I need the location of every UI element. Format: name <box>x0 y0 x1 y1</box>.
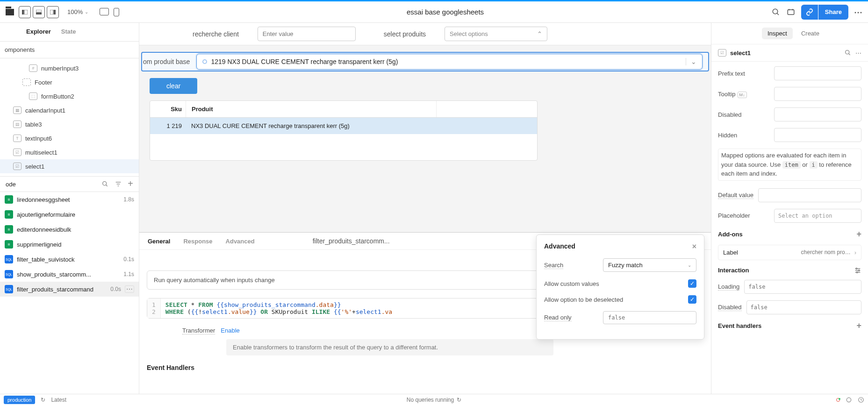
transformer-label: Transformer <box>182 327 215 334</box>
container-icon <box>22 78 31 86</box>
table-header-extra <box>436 101 537 117</box>
default-value-input[interactable] <box>758 188 861 202</box>
code-item[interactable]: SQLfilter_produits_starcommand0.0s⋯ <box>0 282 139 297</box>
mobile-device-icon[interactable] <box>114 8 119 16</box>
code-item[interactable]: SQLshow_produits_starcomm...1.1s <box>0 267 139 282</box>
placeholder-input[interactable] <box>774 209 861 223</box>
code-item[interactable]: ≡editerdonneesidbulk <box>0 222 139 237</box>
search-label: Search <box>544 262 563 269</box>
select-produits-dropdown[interactable]: Select options⌃ <box>445 27 547 41</box>
tree-item-textinput6[interactable]: TtextInput6 <box>0 131 139 145</box>
addons-section-title: Add-ons <box>718 231 743 238</box>
hidden-input[interactable] <box>774 128 861 142</box>
addon-label-row[interactable]: Label chercher nom pro…› <box>718 245 861 260</box>
more-property-icon[interactable]: ⋯ <box>855 50 861 57</box>
zoom-dropdown[interactable]: 100% ⌄ <box>67 8 88 15</box>
svg-point-6 <box>773 9 778 14</box>
tab-explorer[interactable]: Explorer <box>26 28 51 40</box>
code-item[interactable]: SQLfilter_table_suivistock0.1s <box>0 252 139 267</box>
text-input-icon: T <box>13 135 22 142</box>
transformer-hint: Enable transformers to transform the res… <box>226 339 553 355</box>
tree-item-calendarinput1[interactable]: ▦calendarInput1 <box>0 103 139 117</box>
layout-right-icon[interactable] <box>47 6 59 18</box>
layout-bottom-icon[interactable] <box>33 6 45 18</box>
multiselect-icon: ☑ <box>13 149 22 156</box>
add-event-handler-icon[interactable]: + <box>856 321 861 331</box>
tree-item-table3[interactable]: ▤table3 <box>0 117 139 131</box>
prefix-text-input[interactable] <box>774 66 861 80</box>
tree-item-formbutton2[interactable]: ⬚formButton2 <box>0 89 139 103</box>
tree-item-footer[interactable]: Footer <box>0 75 139 89</box>
add-code-icon[interactable]: + <box>128 180 133 188</box>
disabled-input[interactable] <box>774 107 861 121</box>
layout-left-icon[interactable] <box>19 6 31 18</box>
svg-point-14 <box>846 50 849 54</box>
loading-input[interactable] <box>744 280 861 294</box>
event-handlers-section-title: Event handlers <box>718 322 761 329</box>
product-row-label: om produit base <box>143 58 190 65</box>
product-select-row: om produit base 1219 NX3 DUAL CURE CEMEN… <box>141 52 709 71</box>
query-tab-general[interactable]: General <box>148 238 170 245</box>
code-item-more-icon[interactable]: ⋯ <box>125 285 134 293</box>
allow-custom-checkbox[interactable]: ✓ <box>688 279 696 288</box>
svg-rect-1 <box>24 10 28 14</box>
svg-point-19 <box>858 270 860 271</box>
svg-rect-3 <box>36 10 42 12</box>
tree-item-select1[interactable]: ☑select1 <box>0 159 139 173</box>
table-header-produit[interactable]: Produit <box>186 101 436 117</box>
query-tab-advanced[interactable]: Advanced <box>226 238 255 245</box>
search-code-icon[interactable] <box>101 180 109 188</box>
code-item[interactable]: ≡ajouterligneformulaire <box>0 207 139 222</box>
googlesheet-icon: ≡ <box>5 225 13 234</box>
svg-rect-0 <box>22 10 24 14</box>
releases-icon[interactable] <box>786 7 796 17</box>
advanced-popup: Advanced × Search Fuzzy match⌄ Allow cus… <box>536 234 704 340</box>
search-mode-select[interactable]: Fuzzy match⌄ <box>603 258 696 272</box>
tab-state[interactable]: State <box>61 28 76 40</box>
prefix-text-label: Prefix text <box>718 70 769 77</box>
googlesheet-icon: ≡ <box>5 195 13 204</box>
filter-code-icon[interactable] <box>115 180 122 188</box>
close-icon[interactable]: × <box>692 242 696 251</box>
app-logo[interactable] <box>6 9 14 15</box>
readonly-input[interactable] <box>603 311 696 324</box>
disabled2-label: Disabled <box>718 304 742 311</box>
desktop-device-icon[interactable] <box>100 8 109 15</box>
app-title: essai base googlesheets <box>124 8 767 16</box>
code-item[interactable]: ≡liredonneesggsheet1.8s <box>0 192 139 207</box>
more-menu-icon[interactable]: ⋯ <box>854 7 862 17</box>
tooltip-input[interactable] <box>774 87 861 101</box>
interaction-settings-icon[interactable] <box>854 267 861 274</box>
right-tab-create[interactable]: Create <box>796 28 825 39</box>
search-icon[interactable] <box>771 7 781 17</box>
select-icon: ☑ <box>718 49 726 57</box>
table-icon: ▤ <box>13 121 22 128</box>
code-item[interactable]: ≡supprimerligneid <box>0 237 139 252</box>
tree-item-multiselect1[interactable]: ☑multiselect1 <box>0 145 139 159</box>
disabled2-input[interactable] <box>746 300 861 314</box>
share-button[interactable]: Share <box>818 5 848 20</box>
googlesheet-icon: ≡ <box>5 240 13 249</box>
right-tab-inspect[interactable]: Inspect <box>762 28 793 39</box>
add-addon-icon[interactable]: + <box>856 229 861 239</box>
sql-icon: SQL <box>5 255 13 263</box>
search-property-icon[interactable] <box>844 49 852 57</box>
sql-icon: SQL <box>5 285 13 293</box>
hidden-label: Hidden <box>718 132 769 139</box>
svg-line-7 <box>777 13 779 15</box>
inspect-component-name: select1 <box>730 50 840 57</box>
loading-label: Loading <box>718 283 739 291</box>
tree-item-numberinput3[interactable]: #numberInput3 <box>0 61 139 75</box>
recherche-client-input[interactable] <box>258 27 356 41</box>
query-tab-response[interactable]: Response <box>183 238 212 245</box>
transformer-enable-button[interactable]: Enable <box>221 327 239 334</box>
allow-deselect-checkbox[interactable]: ✓ <box>688 295 696 304</box>
product-select-input[interactable]: 1219 NX3 DUAL CURE CEMENT recharge trans… <box>196 54 703 70</box>
table-header-sku[interactable]: Sku <box>150 101 186 117</box>
table-row[interactable]: 1 219 NX3 DUAL CURE CEMENT recharge tran… <box>150 118 537 134</box>
svg-rect-8 <box>788 9 794 14</box>
share-link-button[interactable] <box>801 5 818 20</box>
svg-point-17 <box>856 268 857 269</box>
zoom-value: 100% <box>67 8 83 15</box>
clear-button[interactable]: clear <box>150 78 197 94</box>
